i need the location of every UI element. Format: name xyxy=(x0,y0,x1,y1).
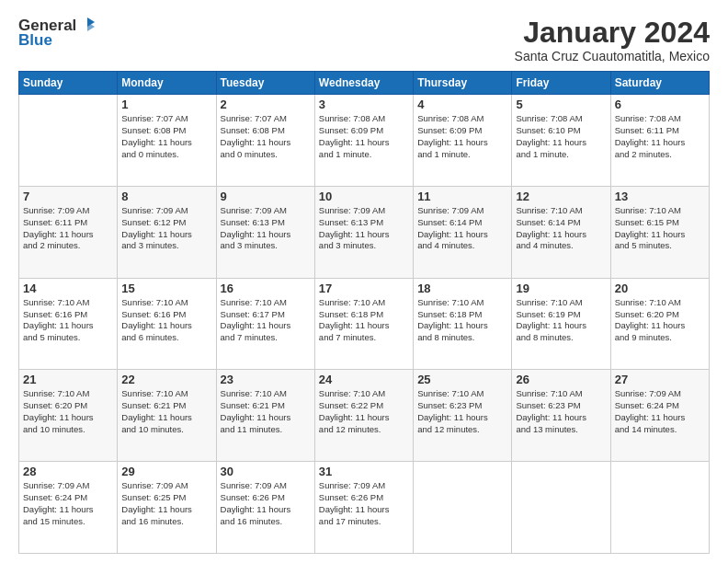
day-info: Sunrise: 7:07 AM Sunset: 6:08 PM Dayligh… xyxy=(221,113,311,160)
day-info: Sunrise: 7:09 AM Sunset: 6:24 PM Dayligh… xyxy=(23,480,113,527)
calendar-week-row: 28Sunrise: 7:09 AM Sunset: 6:24 PM Dayli… xyxy=(19,462,710,554)
day-info: Sunrise: 7:09 AM Sunset: 6:12 PM Dayligh… xyxy=(121,205,211,252)
table-row: 25Sunrise: 7:10 AM Sunset: 6:23 PM Dayli… xyxy=(414,370,512,462)
header: General Blue January 2024 Santa Cruz Cua… xyxy=(18,17,710,63)
day-info: Sunrise: 7:10 AM Sunset: 6:20 PM Dayligh… xyxy=(23,388,113,435)
calendar-week-row: 21Sunrise: 7:10 AM Sunset: 6:20 PM Dayli… xyxy=(19,370,710,462)
col-sunday: Sunday xyxy=(19,72,118,95)
title-block: January 2024 Santa Cruz Cuautomatitla, M… xyxy=(515,17,710,63)
table-row: 20Sunrise: 7:10 AM Sunset: 6:20 PM Dayli… xyxy=(610,278,709,370)
day-number: 14 xyxy=(23,282,113,295)
day-number: 1 xyxy=(121,98,211,111)
table-row xyxy=(414,462,512,554)
day-number: 16 xyxy=(221,282,311,295)
day-info: Sunrise: 7:10 AM Sunset: 6:21 PM Dayligh… xyxy=(221,388,311,435)
day-number: 2 xyxy=(221,98,311,111)
day-info: Sunrise: 7:10 AM Sunset: 6:17 PM Dayligh… xyxy=(221,297,311,344)
day-info: Sunrise: 7:10 AM Sunset: 6:18 PM Dayligh… xyxy=(417,297,507,344)
table-row: 5Sunrise: 7:08 AM Sunset: 6:10 PM Daylig… xyxy=(512,95,610,187)
day-info: Sunrise: 7:10 AM Sunset: 6:16 PM Dayligh… xyxy=(23,297,113,344)
day-number: 17 xyxy=(319,282,409,295)
table-row: 29Sunrise: 7:09 AM Sunset: 6:25 PM Dayli… xyxy=(118,462,216,554)
calendar-header-row: Sunday Monday Tuesday Wednesday Thursday… xyxy=(19,72,710,95)
day-number: 7 xyxy=(23,190,113,203)
table-row: 8Sunrise: 7:09 AM Sunset: 6:12 PM Daylig… xyxy=(118,186,216,278)
day-number: 22 xyxy=(121,373,211,386)
table-row xyxy=(512,462,610,554)
day-number: 5 xyxy=(516,98,606,111)
table-row: 3Sunrise: 7:08 AM Sunset: 6:09 PM Daylig… xyxy=(314,95,413,187)
col-friday: Friday xyxy=(512,72,610,95)
table-row: 13Sunrise: 7:10 AM Sunset: 6:15 PM Dayli… xyxy=(610,186,709,278)
day-info: Sunrise: 7:10 AM Sunset: 6:18 PM Dayligh… xyxy=(319,297,409,344)
logo-flag-icon xyxy=(78,16,97,34)
day-number: 27 xyxy=(615,373,705,386)
page: General Blue January 2024 Santa Cruz Cua… xyxy=(0,0,728,563)
day-number: 23 xyxy=(221,373,311,386)
table-row: 27Sunrise: 7:09 AM Sunset: 6:24 PM Dayli… xyxy=(610,370,709,462)
day-info: Sunrise: 7:10 AM Sunset: 6:20 PM Dayligh… xyxy=(615,297,705,344)
day-number: 8 xyxy=(121,190,211,203)
day-info: Sunrise: 7:09 AM Sunset: 6:13 PM Dayligh… xyxy=(319,205,409,252)
table-row: 19Sunrise: 7:10 AM Sunset: 6:19 PM Dayli… xyxy=(512,278,610,370)
day-number: 11 xyxy=(417,190,507,203)
col-saturday: Saturday xyxy=(610,72,709,95)
day-info: Sunrise: 7:10 AM Sunset: 6:21 PM Dayligh… xyxy=(121,388,211,435)
day-number: 28 xyxy=(23,465,113,478)
table-row: 6Sunrise: 7:08 AM Sunset: 6:11 PM Daylig… xyxy=(610,95,709,187)
day-number: 26 xyxy=(516,373,606,386)
day-info: Sunrise: 7:09 AM Sunset: 6:13 PM Dayligh… xyxy=(221,205,311,252)
table-row: 24Sunrise: 7:10 AM Sunset: 6:22 PM Dayli… xyxy=(314,370,413,462)
table-row: 30Sunrise: 7:09 AM Sunset: 6:26 PM Dayli… xyxy=(216,462,314,554)
day-info: Sunrise: 7:09 AM Sunset: 6:26 PM Dayligh… xyxy=(319,480,409,527)
table-row: 12Sunrise: 7:10 AM Sunset: 6:14 PM Dayli… xyxy=(512,186,610,278)
logo-blue-text: Blue xyxy=(18,31,52,50)
day-info: Sunrise: 7:09 AM Sunset: 6:24 PM Dayligh… xyxy=(615,388,705,435)
day-number: 25 xyxy=(417,373,507,386)
day-number: 24 xyxy=(319,373,409,386)
day-number: 13 xyxy=(615,190,705,203)
day-number: 20 xyxy=(615,282,705,295)
day-info: Sunrise: 7:10 AM Sunset: 6:23 PM Dayligh… xyxy=(417,388,507,435)
table-row: 22Sunrise: 7:10 AM Sunset: 6:21 PM Dayli… xyxy=(118,370,216,462)
day-number: 31 xyxy=(319,465,409,478)
day-info: Sunrise: 7:10 AM Sunset: 6:15 PM Dayligh… xyxy=(615,205,705,252)
table-row xyxy=(19,95,118,187)
day-info: Sunrise: 7:09 AM Sunset: 6:14 PM Dayligh… xyxy=(417,205,507,252)
month-title: January 2024 xyxy=(515,17,710,49)
table-row: 18Sunrise: 7:10 AM Sunset: 6:18 PM Dayli… xyxy=(414,278,512,370)
table-row: 17Sunrise: 7:10 AM Sunset: 6:18 PM Dayli… xyxy=(314,278,413,370)
logo: General Blue xyxy=(18,17,97,50)
day-info: Sunrise: 7:07 AM Sunset: 6:08 PM Dayligh… xyxy=(121,113,211,160)
calendar-week-row: 14Sunrise: 7:10 AM Sunset: 6:16 PM Dayli… xyxy=(19,278,710,370)
day-number: 18 xyxy=(417,282,507,295)
day-info: Sunrise: 7:10 AM Sunset: 6:23 PM Dayligh… xyxy=(516,388,606,435)
day-number: 30 xyxy=(221,465,311,478)
day-number: 9 xyxy=(221,190,311,203)
location: Santa Cruz Cuautomatitla, Mexico xyxy=(515,49,710,63)
table-row: 7Sunrise: 7:09 AM Sunset: 6:11 PM Daylig… xyxy=(19,186,118,278)
table-row: 28Sunrise: 7:09 AM Sunset: 6:24 PM Dayli… xyxy=(19,462,118,554)
day-number: 6 xyxy=(615,98,705,111)
day-info: Sunrise: 7:10 AM Sunset: 6:16 PM Dayligh… xyxy=(121,297,211,344)
day-number: 19 xyxy=(516,282,606,295)
table-row: 14Sunrise: 7:10 AM Sunset: 6:16 PM Dayli… xyxy=(19,278,118,370)
day-info: Sunrise: 7:08 AM Sunset: 6:09 PM Dayligh… xyxy=(319,113,409,160)
day-info: Sunrise: 7:10 AM Sunset: 6:19 PM Dayligh… xyxy=(516,297,606,344)
calendar-table: Sunday Monday Tuesday Wednesday Thursday… xyxy=(18,71,710,554)
table-row: 15Sunrise: 7:10 AM Sunset: 6:16 PM Dayli… xyxy=(118,278,216,370)
day-info: Sunrise: 7:08 AM Sunset: 6:10 PM Dayligh… xyxy=(516,113,606,160)
day-info: Sunrise: 7:10 AM Sunset: 6:14 PM Dayligh… xyxy=(516,205,606,252)
table-row: 2Sunrise: 7:07 AM Sunset: 6:08 PM Daylig… xyxy=(216,95,314,187)
day-number: 15 xyxy=(121,282,211,295)
col-tuesday: Tuesday xyxy=(216,72,314,95)
table-row: 16Sunrise: 7:10 AM Sunset: 6:17 PM Dayli… xyxy=(216,278,314,370)
day-number: 3 xyxy=(319,98,409,111)
day-info: Sunrise: 7:10 AM Sunset: 6:22 PM Dayligh… xyxy=(319,388,409,435)
table-row: 9Sunrise: 7:09 AM Sunset: 6:13 PM Daylig… xyxy=(216,186,314,278)
table-row: 4Sunrise: 7:08 AM Sunset: 6:09 PM Daylig… xyxy=(414,95,512,187)
col-wednesday: Wednesday xyxy=(314,72,413,95)
col-monday: Monday xyxy=(118,72,216,95)
day-info: Sunrise: 7:08 AM Sunset: 6:11 PM Dayligh… xyxy=(615,113,705,160)
calendar-week-row: 1Sunrise: 7:07 AM Sunset: 6:08 PM Daylig… xyxy=(19,95,710,187)
